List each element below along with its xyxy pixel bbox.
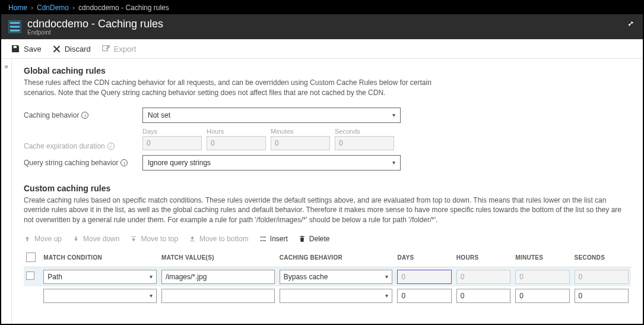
match-condition-select[interactable]: ▾: [43, 289, 157, 303]
chevron-down-icon: ▾: [150, 273, 153, 280]
chevron-right-icon: ›: [31, 4, 33, 12]
svg-point-2: [261, 236, 262, 238]
move-top-button[interactable]: Move to top: [130, 235, 178, 243]
svg-rect-5: [262, 240, 266, 241]
query-string-select[interactable]: Ignore query strings ▾: [142, 155, 401, 171]
col-caching-behavior: CACHING BEHAVIOR: [277, 249, 395, 267]
days-input: [142, 136, 202, 150]
row-caching-behavior-select[interactable]: Bypass cache▾: [280, 270, 393, 284]
breadcrumb-parent[interactable]: CdnDemo: [37, 4, 69, 12]
days-label: Days: [142, 128, 202, 135]
caching-behavior-value: Not set: [148, 111, 170, 119]
table-row: ▾ ▾ 0 0 0 0: [24, 286, 631, 305]
row-days-input[interactable]: 0: [397, 289, 451, 303]
chevron-down-icon: ▾: [385, 292, 388, 299]
row-seconds-input[interactable]: 0: [575, 289, 629, 303]
export-icon: [101, 45, 110, 53]
discard-label: Discard: [65, 45, 91, 53]
col-seconds: SECONDS: [572, 249, 631, 267]
move-bottom-button[interactable]: Move to bottom: [189, 235, 249, 243]
caching-behavior-select[interactable]: Not set ▾: [142, 108, 401, 123]
info-icon[interactable]: i: [81, 112, 88, 119]
export-button[interactable]: Export: [101, 45, 137, 53]
trash-icon: [299, 235, 306, 242]
query-string-label: Query string caching behavior i: [24, 159, 142, 167]
chevron-down-icon: ▾: [392, 159, 395, 166]
table-row: Path▾ /images/*.jpg Bypass cache▾ 0 0 0 …: [24, 267, 631, 286]
row-minutes-input[interactable]: 0: [515, 289, 569, 303]
row-hours-input[interactable]: 0: [456, 289, 510, 303]
match-value-input[interactable]: /images/*.jpg: [161, 270, 275, 284]
delete-button[interactable]: Delete: [299, 235, 330, 243]
chevron-right-icon: ›: [72, 4, 75, 12]
expand-sidebar-button[interactable]: »: [1, 59, 12, 324]
custom-rules-heading: Custom caching rules: [24, 184, 631, 193]
row-days-input: 0: [397, 270, 451, 284]
row-checkbox[interactable]: [26, 272, 34, 280]
breadcrumb: Home › CdnDemo › cdndocdemo - Caching ru…: [1, 1, 643, 14]
col-match-condition: MATCH CONDITION: [41, 249, 159, 267]
hours-label: Hours: [207, 128, 266, 135]
blade-header: cdndocdemo - Caching rules Endpoint: [1, 14, 643, 39]
save-icon: [11, 44, 20, 53]
chevron-down-icon: ▾: [392, 112, 395, 118]
col-hours: HOURS: [454, 249, 513, 267]
row-caching-behavior-select[interactable]: ▾: [280, 289, 393, 303]
rules-toolbar: Move up Move down Move to top Move to bo…: [24, 235, 631, 243]
chevron-down-icon: ▾: [150, 292, 153, 299]
row-minutes-input: 0: [515, 270, 569, 284]
match-value-input[interactable]: [161, 289, 275, 303]
command-bar: Save Discard Export: [1, 39, 643, 59]
col-days: DAYS: [395, 249, 453, 267]
select-all-checkbox[interactable]: [26, 253, 36, 262]
content-area: Global caching rules These rules affect …: [12, 59, 643, 324]
hours-input: [207, 136, 266, 150]
export-label: Export: [114, 45, 137, 53]
chevron-right-double-icon: »: [4, 62, 8, 71]
match-condition-select[interactable]: Path▾: [43, 270, 157, 284]
col-match-values: MATCH VALUE(S): [159, 249, 277, 267]
seconds-label: Seconds: [335, 128, 394, 135]
svg-point-4: [261, 240, 262, 241]
custom-rules-desc: Create caching rules based on specific m…: [24, 195, 629, 225]
chevron-down-icon: ▾: [385, 273, 388, 280]
svg-rect-3: [262, 236, 266, 237]
move-down-button[interactable]: Move down: [72, 235, 119, 243]
insert-icon: [259, 235, 267, 242]
breadcrumb-home[interactable]: Home: [8, 4, 27, 12]
caching-behavior-label: Caching behavior i: [24, 111, 142, 119]
page-title: cdndocdemo - Caching rules: [27, 18, 163, 30]
endpoint-icon: [8, 20, 21, 33]
pin-icon[interactable]: [626, 20, 635, 29]
breadcrumb-current: cdndocdemo - Caching rules: [78, 4, 169, 12]
close-icon: [52, 45, 61, 53]
minutes-input: [271, 136, 330, 150]
info-icon[interactable]: i: [120, 159, 128, 166]
global-rules-desc: These rules affect the CDN caching behav…: [24, 78, 451, 98]
discard-button[interactable]: Discard: [52, 45, 91, 53]
row-hours-input: 0: [456, 270, 510, 284]
info-icon[interactable]: i: [107, 143, 115, 150]
save-label: Save: [24, 45, 42, 53]
cache-expiration-label: Cache expiration duration i: [24, 142, 142, 150]
global-rules-heading: Global caching rules: [24, 66, 631, 75]
arrow-bottom-icon: [189, 235, 196, 242]
rules-table: MATCH CONDITION MATCH VALUE(S) CACHING B…: [24, 249, 631, 305]
arrow-down-icon: [72, 235, 80, 242]
row-seconds-input: 0: [575, 270, 629, 284]
arrow-up-icon: [24, 235, 31, 242]
seconds-input: [335, 136, 394, 150]
arrow-top-icon: [130, 235, 137, 242]
minutes-label: Minutes: [271, 128, 330, 135]
col-minutes: MINUTES: [513, 249, 572, 267]
query-string-value: Ignore query strings: [148, 159, 211, 167]
save-button[interactable]: Save: [11, 44, 42, 53]
insert-button[interactable]: Insert: [259, 235, 288, 243]
move-up-button[interactable]: Move up: [24, 235, 62, 243]
